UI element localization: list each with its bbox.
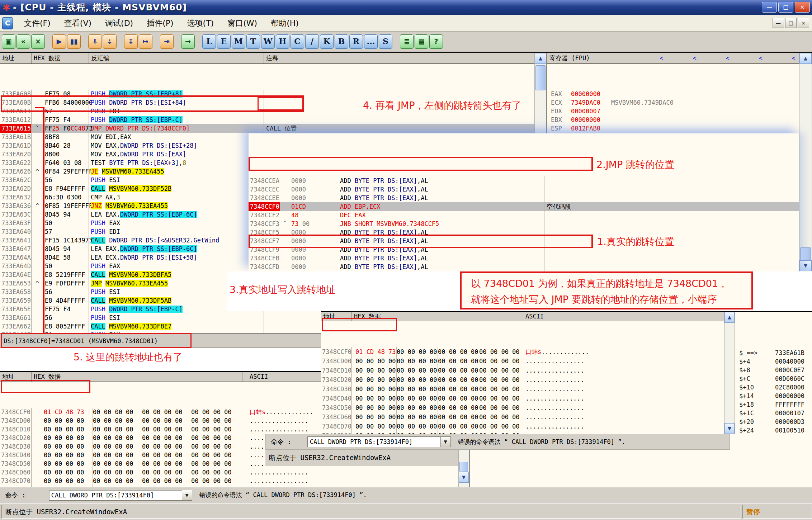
toolbar-button[interactable]: × [31, 34, 45, 49]
overlay-dump-scrollbar[interactable]: ▲ ▼ [724, 312, 735, 434]
scroll-up-icon[interactable]: ▲ [535, 53, 546, 64]
dump-row[interactable]: 7348CD40 00 00 00 0000 00 00 0000 00 00 … [321, 394, 724, 403]
toolbar-button[interactable]: W [261, 34, 275, 49]
disasm-row[interactable]: 7348CCFD 0000 ADD BYTE PTR DS:[EAX],AL [249, 263, 799, 271]
maximize-button[interactable]: □ [778, 2, 793, 13]
disasm-row[interactable]: 733EA615 ˅ FF25 F0CC4873 JMP DWORD PTR D… [0, 124, 534, 133]
toolbar-button[interactable]: R [349, 34, 363, 49]
scrollbar-thumb[interactable] [459, 462, 468, 472]
menu-item[interactable]: 查看(V) [57, 19, 98, 28]
scroll-down-icon[interactable]: ▼ [724, 423, 735, 434]
toolbar-button[interactable]: / [305, 34, 319, 49]
scrollbar-thumb[interactable] [535, 65, 546, 90]
toolbar-button[interactable]: ↦ [139, 34, 152, 49]
dump-bytes: 00 00 00 0000 00 00 0000 00 00 0000 00 0… [352, 422, 521, 431]
menu-item[interactable]: 窗口(W) [221, 19, 264, 28]
mdi-close-button[interactable]: × [798, 18, 809, 28]
dump-row[interactable]: 7348CD30 00 00 00 0000 00 00 0000 00 00 … [321, 384, 724, 394]
toolbar-button[interactable]: ⇥ [160, 34, 174, 49]
toolbar-button[interactable]: H [276, 34, 289, 49]
menu-item[interactable]: 插件(P) [140, 19, 180, 28]
stack-row[interactable]: $+18 FFFFFFFF [736, 400, 812, 409]
toolbar-button[interactable]: T [246, 34, 260, 49]
toolbar-button[interactable]: ... [364, 34, 378, 49]
menu-item[interactable]: 文件(F) [17, 19, 57, 28]
register-row[interactable]: ECX 7349DAC0 MSVBVM60.7349DAC0 [547, 98, 799, 107]
toolbar-button[interactable]: E [217, 34, 231, 49]
stack-row[interactable]: $ ==> 733EA61B [736, 349, 812, 357]
stack-row[interactable]: $+10 02C80000 [736, 383, 812, 392]
disasm-row[interactable]: 7348CCF3 ˅ 73 00 JNB SHORT MSVBVM60.7348… [249, 219, 799, 228]
column-header-comment[interactable]: 注释 [264, 53, 534, 63]
dropdown-arrow-icon[interactable]: ▼ [440, 437, 450, 447]
scroll-up-icon[interactable]: ▲ [799, 53, 812, 64]
scroll-down-icon[interactable]: ▼ [799, 260, 812, 271]
stack-row[interactable]: $+1C 00000107 [736, 409, 812, 417]
toolbar-button[interactable]: ▣ [2, 34, 15, 49]
register-row[interactable]: EBX 00000000 [547, 115, 799, 124]
scroll-down-icon[interactable]: ▼ [459, 472, 469, 483]
stack-row[interactable]: $+24 00100510 [736, 426, 812, 434]
disasm-row[interactable]: 7348CCF0 01CD ADD EBP,ECX 空代码段 [249, 202, 799, 211]
toolbar-button[interactable]: ⇩ [88, 34, 102, 49]
dump-row[interactable]: 7348CD00 00 00 00 0000 00 00 0000 00 00 … [321, 356, 724, 366]
toolbar-button[interactable]: S [379, 34, 392, 49]
dump-row[interactable]: 7348CD10 00 00 00 0000 00 00 0000 00 00 … [321, 366, 724, 375]
mdi-minimize-button[interactable]: — [773, 18, 784, 28]
stack-row[interactable]: $+14 00000000 [736, 392, 812, 400]
toolbar-button[interactable]: L [202, 34, 216, 49]
disasm-row[interactable]: 7348CCEE 0000 ADD BYTE PTR DS:[EAX],AL [249, 194, 799, 202]
registers-chevrons[interactable]: < < < < < [657, 53, 796, 63]
minimize-button[interactable]: — [762, 2, 777, 13]
command-input[interactable]: CALL DWORD PTR DS:[733914F0] [49, 490, 182, 500]
scroll-up-icon[interactable]: ▲ [724, 312, 735, 323]
disasm-row[interactable]: 7348CCF2 48 DEC EAX [249, 211, 799, 219]
register-row[interactable]: EAX 00000000 [547, 90, 799, 98]
toolbar-button[interactable]: ≣ [400, 34, 414, 49]
command-combobox[interactable]: CALL DWORD PTR DS:[733914F0] ▼ [307, 436, 451, 447]
toolbar-button[interactable]: ↧ [124, 34, 138, 49]
toolbar-button[interactable]: ▮▮ [67, 34, 81, 49]
dropdown-arrow-icon[interactable]: ▼ [182, 490, 192, 500]
dump-row[interactable]: 7348CD80 00 00 00 0000 00 00 0000 00 00 … [321, 431, 724, 434]
dump-row[interactable]: 7348CD20 00 00 00 0000 00 00 0000 00 00 … [321, 375, 724, 384]
scrollbar-thumb[interactable] [800, 247, 811, 260]
menu-item[interactable]: 调试(D) [98, 19, 140, 28]
close-button[interactable]: × [795, 2, 810, 13]
stack-row[interactable]: $+20 000000D3 [736, 417, 812, 426]
toolbar-button[interactable]: C [291, 34, 304, 49]
dump-row[interactable]: 7348CD60 00 00 00 0000 00 00 0000 00 00 … [0, 468, 458, 477]
mdi-restore-button[interactable]: □ [785, 18, 797, 28]
disasm-row[interactable]: 733EA612 FF75 F4 PUSH DWORD PTR SS:[EBP-… [0, 115, 534, 124]
toolbar-button[interactable]: K [320, 34, 334, 49]
toolbar-button[interactable]: B [335, 34, 348, 49]
dump-row[interactable]: 7348CD50 00 00 00 0000 00 00 0000 00 00 … [321, 403, 724, 412]
menu-item[interactable]: 帮助(H) [264, 19, 306, 28]
toolbar-button[interactable]: ? [429, 34, 443, 49]
register-row[interactable]: EDX 00000007 [547, 107, 799, 115]
register-row[interactable]: ESP 0012FAB0 [547, 124, 799, 133]
menu-item[interactable]: 选项(T) [180, 19, 221, 28]
dump-row[interactable]: 7348CD70 00 00 00 0000 00 00 0000 00 00 … [0, 477, 458, 485]
stack-row[interactable]: $+8 0000C0E7 [736, 366, 812, 374]
command-combobox[interactable]: CALL DWORD PTR DS:[733914F0] ▼ [49, 490, 192, 501]
disasm-row[interactable]: 7348CCEC 0000 ADD BYTE PTR DS:[EAX],AL [249, 185, 799, 194]
toolbar-button[interactable]: M [232, 34, 245, 49]
command-input[interactable]: CALL DWORD PTR DS:[733914F0] [308, 437, 440, 447]
disasm-row[interactable]: 7348CCEA 0000 ADD BYTE PTR DS:[EAX],AL [249, 176, 799, 185]
dump-header-ascii[interactable]: ASCII [521, 312, 724, 321]
toolbar-button[interactable]: ⇣ [103, 34, 117, 49]
column-header-address[interactable]: 地址 [0, 53, 32, 63]
disasm-row[interactable]: 7348CCFB 0000 ADD BYTE PTR DS:[EAX],AL [249, 254, 799, 263]
toolbar-button[interactable]: → [181, 34, 195, 49]
toolbar-button[interactable]: ▦ [415, 34, 428, 49]
toolbar-button[interactable]: « [16, 34, 30, 49]
stack-row[interactable]: $+C 00D6060C [736, 374, 812, 383]
stack-row[interactable]: $+4 00040000 [736, 357, 812, 366]
dump-row[interactable]: 7348CD70 00 00 00 0000 00 00 0000 00 00 … [321, 422, 724, 431]
toolbar-button[interactable]: ▶ [52, 34, 66, 49]
column-header-hex[interactable]: HEX 数据 [32, 53, 89, 63]
column-header-disasm[interactable]: 反汇编 [89, 53, 264, 63]
dump-row[interactable]: 7348CCF0 01 CD 48 7300 00 00 0000 00 00 … [321, 347, 724, 356]
dump-row[interactable]: 7348CD60 00 00 00 0000 00 00 0000 00 00 … [321, 412, 724, 422]
